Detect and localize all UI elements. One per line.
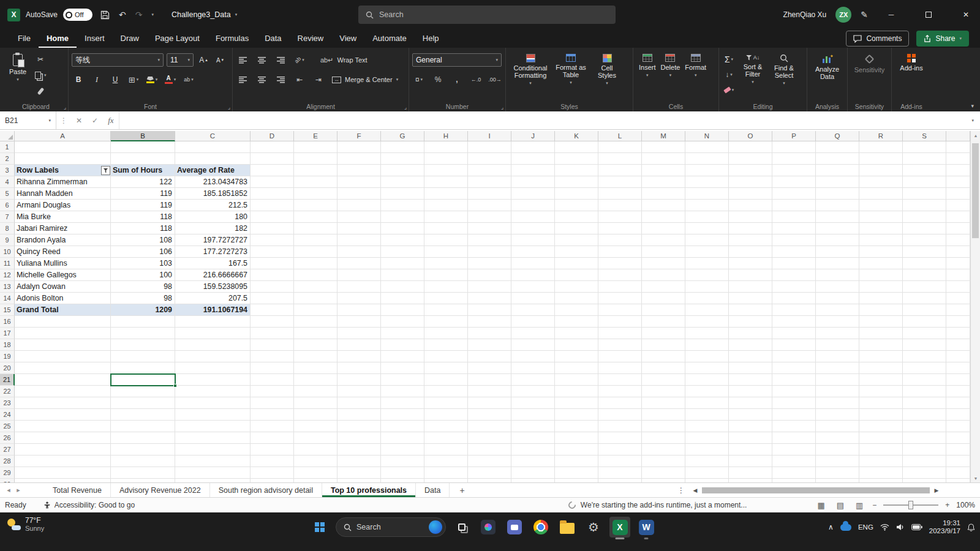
cell-L24[interactable]: [598, 409, 642, 421]
cell-Q29[interactable]: [816, 467, 859, 479]
cell-I5[interactable]: [468, 188, 511, 200]
cell-S23[interactable]: [903, 397, 946, 409]
cell-L21[interactable]: [598, 374, 642, 386]
cell-G12[interactable]: [381, 269, 424, 281]
page-layout-view-button[interactable]: ▤: [834, 501, 846, 510]
cell-K24[interactable]: [555, 409, 598, 421]
cell-I28[interactable]: [468, 455, 511, 467]
cell-E23[interactable]: [294, 397, 337, 409]
cell-O20[interactable]: [729, 362, 772, 374]
cell-D7[interactable]: [251, 211, 294, 223]
column-header-N[interactable]: N: [685, 131, 729, 141]
cell-B18[interactable]: [111, 339, 175, 351]
format-as-table-button[interactable]: Format as Table ▾: [552, 52, 590, 87]
merge-center-button[interactable]: ↔Merge & Center▾: [332, 73, 398, 86]
cell-O6[interactable]: [729, 200, 772, 211]
share-button[interactable]: Share ▾: [916, 31, 969, 47]
cell-F8[interactable]: [337, 223, 381, 234]
cell-R11[interactable]: [859, 258, 903, 269]
align-middle-button[interactable]: [255, 54, 268, 66]
cell-S21[interactable]: [903, 374, 946, 386]
cell-B19[interactable]: [111, 351, 175, 362]
cell-N20[interactable]: [685, 362, 729, 374]
cell-J24[interactable]: [511, 409, 555, 421]
cell-K9[interactable]: [555, 234, 598, 246]
formula-input[interactable]: [119, 111, 966, 129]
cell-B3[interactable]: Sum of Hours: [111, 165, 175, 176]
row-header-15[interactable]: 15: [0, 304, 15, 316]
cell-O9[interactable]: [729, 234, 772, 246]
cell-F11[interactable]: [337, 258, 381, 269]
cell-P1[interactable]: [772, 141, 816, 153]
cell-K4[interactable]: [555, 176, 598, 188]
cell-O15[interactable]: [729, 304, 772, 316]
cell-O16[interactable]: [729, 316, 772, 328]
cell-K13[interactable]: [555, 281, 598, 293]
menu-tab-review[interactable]: Review: [290, 29, 332, 48]
menu-tab-view[interactable]: View: [331, 29, 364, 48]
cell-P25[interactable]: [772, 421, 816, 432]
cell-N2[interactable]: [685, 153, 729, 165]
cell-P26[interactable]: [772, 432, 816, 444]
row-header-8[interactable]: 8: [0, 223, 15, 234]
decrease-indent-button[interactable]: ⇤: [293, 73, 306, 86]
cell-N4[interactable]: [685, 176, 729, 188]
cell-J1[interactable]: [511, 141, 555, 153]
cell-N15[interactable]: [685, 304, 729, 316]
cell-R3[interactable]: [859, 165, 903, 176]
cell-C3[interactable]: Average of Rate: [175, 165, 251, 176]
task-view-button[interactable]: [451, 517, 472, 538]
cell-R22[interactable]: [859, 386, 903, 397]
cell-N10[interactable]: [685, 246, 729, 258]
cell-D18[interactable]: [251, 339, 294, 351]
cell-J10[interactable]: [511, 246, 555, 258]
cell-R15[interactable]: [859, 304, 903, 316]
dialog-launcher-icon[interactable]: ⌟: [501, 104, 503, 110]
cell-M8[interactable]: [642, 223, 685, 234]
cell-N29[interactable]: [685, 467, 729, 479]
cell-Q18[interactable]: [816, 339, 859, 351]
column-header-C[interactable]: C: [175, 131, 251, 141]
cell-F7[interactable]: [337, 211, 381, 223]
cell-J12[interactable]: [511, 269, 555, 281]
cell-O11[interactable]: [729, 258, 772, 269]
pivot-filter-button[interactable]: [101, 166, 110, 175]
cell-M7[interactable]: [642, 211, 685, 223]
column-header-E[interactable]: E: [294, 131, 337, 141]
align-left-button[interactable]: [236, 73, 249, 86]
cell-K16[interactable]: [555, 316, 598, 328]
cell-H14[interactable]: [424, 293, 468, 304]
cell-R10[interactable]: [859, 246, 903, 258]
cell-R20[interactable]: [859, 362, 903, 374]
sheet-tab-data[interactable]: Data: [416, 483, 450, 497]
cell-G23[interactable]: [381, 397, 424, 409]
cell-D2[interactable]: [251, 153, 294, 165]
autosave-toggle[interactable]: Off: [63, 9, 92, 21]
menu-tab-page-layout[interactable]: Page Layout: [147, 29, 208, 48]
row-header-16[interactable]: 16: [0, 316, 15, 328]
cell-M22[interactable]: [642, 386, 685, 397]
cell-K12[interactable]: [555, 269, 598, 281]
menu-tab-insert[interactable]: Insert: [77, 29, 113, 48]
cell-B12[interactable]: 100: [111, 269, 175, 281]
minimize-button[interactable]: ─: [877, 0, 905, 29]
row-header-3[interactable]: 3: [0, 165, 15, 176]
cell-J4[interactable]: [511, 176, 555, 188]
cell-K19[interactable]: [555, 351, 598, 362]
cell-C10[interactable]: 177.2727273: [175, 246, 251, 258]
cell-A13[interactable]: Adalyn Cowan: [15, 281, 111, 293]
cell-I6[interactable]: [468, 200, 511, 211]
cell-Q10[interactable]: [816, 246, 859, 258]
excel-app-icon[interactable]: X: [7, 9, 20, 21]
cell-E12[interactable]: [294, 269, 337, 281]
cell-D22[interactable]: [251, 386, 294, 397]
cell-L6[interactable]: [598, 200, 642, 211]
cell-I12[interactable]: [468, 269, 511, 281]
cell-O24[interactable]: [729, 409, 772, 421]
cell-A24[interactable]: [15, 409, 111, 421]
cell-I18[interactable]: [468, 339, 511, 351]
cell-F6[interactable]: [337, 200, 381, 211]
cell-O5[interactable]: [729, 188, 772, 200]
cell-J9[interactable]: [511, 234, 555, 246]
column-header-I[interactable]: I: [468, 131, 511, 141]
